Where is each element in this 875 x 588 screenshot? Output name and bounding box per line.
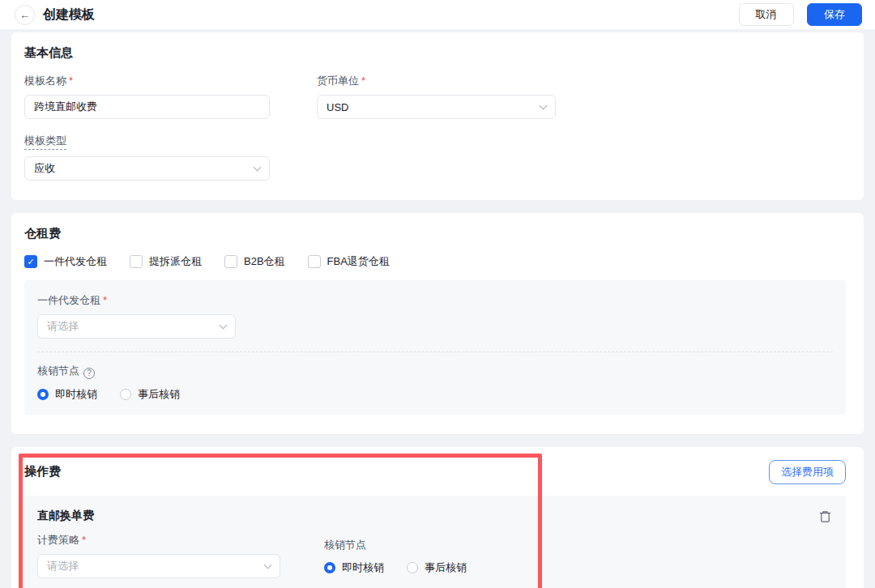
checkbox-label: FBA退货仓租 (327, 254, 390, 269)
writeoff-node-group: 核销节点 即时核销 事后核销 (324, 533, 467, 578)
writeoff-node-label: 核销节点? (37, 364, 833, 379)
currency-field-group: 货币单位* USD (317, 74, 556, 119)
check-icon: ✓ (27, 257, 34, 267)
template-type-field-group: 模板类型 应收 (24, 134, 270, 181)
template-type-label: 模板类型 (24, 134, 270, 150)
dropship-rent-select[interactable]: 请选择 (37, 314, 236, 339)
radio-label: 事后核销 (138, 387, 180, 402)
dropship-rent-panel: 一件代发仓租* 请选择 核销节点? 即时核销 事后核销 (24, 280, 846, 415)
dropship-rent-select-label: 一件代发仓租* (37, 293, 833, 308)
radio-label: 即时核销 (55, 387, 97, 402)
required-asterisk: * (82, 534, 86, 546)
radio-label: 即时核销 (342, 560, 384, 575)
writeoff-node-label: 核销节点 (324, 538, 467, 552)
trash-icon (819, 510, 831, 523)
page-header: ← 创建模板 取消 保存 (0, 0, 875, 29)
radio-dot-icon (324, 562, 335, 573)
page-title: 创建模板 (43, 6, 95, 23)
required-asterisk: * (103, 294, 107, 306)
checkbox-label: 提拆派仓租 (149, 254, 202, 269)
checkbox-icon (130, 255, 143, 268)
radio-dot-icon (120, 389, 131, 400)
required-asterisk: * (361, 75, 365, 87)
template-type-select[interactable]: 应收 (24, 156, 270, 181)
direct-mail-fee-panel: 直邮换单费 计费策略* 请选择 (24, 496, 846, 588)
billing-strategy-label: 计费策略* (37, 533, 280, 548)
warehouse-fee-card: 仓租费 ✓ 一件代发仓租 提拆派仓租 B2B仓租 FBA退货仓租 一件代发仓租* (11, 213, 864, 434)
radio-after-writeoff[interactable]: 事后核销 (120, 387, 180, 402)
billing-strategy-select[interactable]: 请选择 (37, 554, 280, 578)
direct-mail-fee-title: 直邮换单费 (37, 509, 94, 523)
checkbox-label: B2B仓租 (244, 254, 285, 269)
divider (37, 352, 833, 352)
checkbox-icon (224, 255, 237, 268)
warehouse-fee-checkbox-group: ✓ 一件代发仓租 提拆派仓租 B2B仓租 FBA退货仓租 (24, 254, 846, 269)
radio-instant-writeoff[interactable]: 即时核销 (324, 560, 384, 575)
basic-info-card: 基本信息 模板名称* 货币单位* USD 模板类型 (11, 32, 864, 200)
radio-after-writeoff[interactable]: 事后核销 (407, 560, 467, 575)
radio-dot-icon (37, 389, 49, 400)
currency-label: 货币单位* (317, 74, 556, 88)
operation-fee-title: 操作费 (24, 464, 61, 479)
template-name-field-group: 模板名称* (24, 74, 270, 119)
basic-info-title: 基本信息 (24, 45, 846, 61)
cancel-button[interactable]: 取消 (739, 3, 794, 26)
required-asterisk: * (69, 75, 73, 87)
writeoff-radio-group: 即时核销 事后核销 (324, 560, 467, 575)
billing-strategy-group: 计费策略* 请选择 (37, 533, 280, 578)
main-content: 基本信息 模板名称* 货币单位* USD 模板类型 (0, 29, 875, 588)
template-name-input[interactable] (24, 95, 270, 119)
back-arrow-icon: ← (19, 10, 30, 20)
delete-fee-button[interactable] (817, 509, 833, 525)
radio-dot-icon (407, 562, 418, 573)
chevron-down-icon (254, 164, 262, 172)
checkbox-b2b-rent[interactable]: B2B仓租 (224, 254, 285, 269)
checkbox-dropship-rent[interactable]: ✓ 一件代发仓租 (24, 254, 107, 269)
select-fee-item-button[interactable]: 选择费用项 (769, 460, 846, 484)
help-icon[interactable]: ? (83, 368, 95, 379)
chevron-down-icon (540, 102, 548, 110)
checkbox-icon: ✓ (24, 255, 37, 268)
back-button[interactable]: ← (15, 5, 35, 25)
save-button[interactable]: 保存 (807, 3, 862, 26)
checkbox-pickup-rent[interactable]: 提拆派仓租 (130, 254, 202, 269)
chevron-down-icon (220, 322, 228, 330)
writeoff-radio-group: 即时核销 事后核销 (37, 387, 833, 402)
checkbox-icon (308, 255, 321, 268)
radio-label: 事后核销 (425, 560, 467, 575)
currency-select[interactable]: USD (317, 95, 556, 119)
checkbox-label: 一件代发仓租 (44, 254, 107, 269)
template-name-label: 模板名称* (24, 74, 270, 88)
checkbox-fba-return-rent[interactable]: FBA退货仓租 (308, 254, 390, 269)
chevron-down-icon (264, 560, 272, 569)
radio-instant-writeoff[interactable]: 即时核销 (37, 387, 97, 402)
operation-fee-card: 操作费 选择费用项 直邮换单费 计费策略* (11, 447, 864, 588)
warehouse-fee-title: 仓租费 (24, 226, 846, 241)
